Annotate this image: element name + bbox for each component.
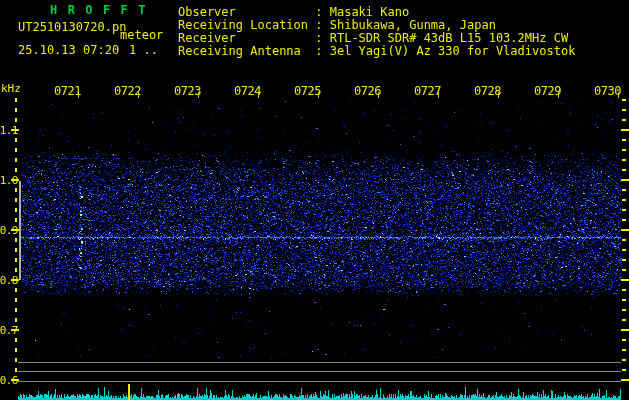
time-tick-label: 0730 (594, 84, 621, 98)
time-tick-label: 0721 (54, 84, 81, 98)
freq-tick-label: 0.6 (0, 374, 18, 387)
time-tick-label: 0724 (234, 84, 261, 98)
time-tick-label: 0729 (534, 84, 561, 98)
freq-tick-label: 0.7 (0, 324, 18, 337)
y-axis-unit-label: kHz (1, 82, 21, 95)
time-tick-label: 0725 (294, 84, 321, 98)
time-tick-label: 0728 (474, 84, 501, 98)
freq-tick-label: 1.1 (0, 124, 18, 137)
time-tick-label: 0726 (354, 84, 381, 98)
freq-tick-label: 0.8 (0, 274, 18, 287)
datetime-label: 25.10.13 07:20 (18, 44, 119, 57)
capture-filename-suffix: meteor (120, 29, 163, 42)
time-tick-label: 0722 (114, 84, 141, 98)
counter-label: 1 .. (129, 44, 158, 57)
capture-filename: UT2510130720.pn (18, 21, 126, 34)
freq-tick-label: 1.0 (0, 174, 18, 187)
time-tick-label: 0723 (174, 84, 201, 98)
time-tick-label: 0727 (414, 84, 441, 98)
freq-tick-label: 0.9 (0, 224, 18, 237)
spectrogram-canvas (0, 0, 629, 400)
info-row-antenna: Receiving Antenna : 3el Yagi(V) Az 330 f… (178, 45, 575, 58)
hrofft-screen: H R O F F T UT2510130720.pn meteor 25.10… (0, 0, 629, 400)
app-title: H R O F F T (50, 4, 147, 17)
